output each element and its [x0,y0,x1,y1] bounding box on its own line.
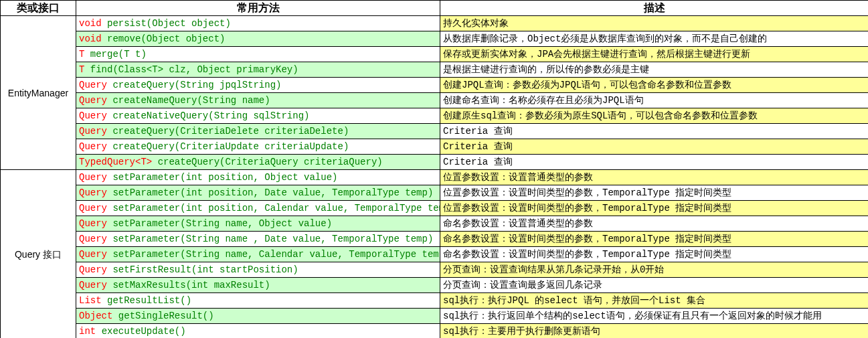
method-cell: Query setParameter(String name, Object v… [76,216,440,232]
return-type: TypedQuery<T> [79,157,152,167]
method-signature: setParameter(String name , Date value, T… [112,234,433,244]
group-cell: EntityManager [1,16,76,170]
method-cell: Query setParameter(String name, Calendar… [76,247,440,262]
return-type: Query [79,172,107,183]
table-row: Query setParameter(String name, Calendar… [1,247,869,262]
return-type: Query [79,264,107,275]
api-table: 类或接口 常用方法 描述 EntityManagervoid persist(O… [0,0,868,338]
return-type: Query [79,95,107,106]
method-signature: remove(Object object) [107,33,225,44]
method-cell: TypedQuery<T> createQuery(CriteriaQuery … [76,155,440,170]
table-row: Query setMaxResults(int maxResult)分页查询：设… [1,278,869,293]
method-signature: setMaxResults(int maxResult) [112,280,270,290]
return-type: Query [79,234,107,244]
table-row: Query createQuery(String jpqlString)创建JP… [1,78,869,93]
method-signature: createQuery(CriteriaDelete criteriaDelet… [112,126,349,137]
description-cell: 分页查询：设置查询结果从第几条记录开始，从0开始 [440,262,869,278]
method-cell: List getResultList() [76,293,440,309]
method-signature: setFirstResult(int startPosition) [112,264,298,275]
return-type: List [79,295,102,306]
method-cell: Query setParameter(int position, Calenda… [76,201,440,216]
description-cell: 创建命名查询：名称必须存在且必须为JPQL语句 [440,93,869,108]
return-type: Query [79,187,107,198]
description-cell: 从数据库删除记录，Object必须是从数据库查询到的对象，而不是自己创建的 [440,31,869,47]
header-group: 类或接口 [1,1,76,16]
description-cell: sql执行：执行JPQL 的select 语句，并放回一个List 集合 [440,293,869,309]
method-signature: find(Class<T> clz, Object primaryKey) [90,64,298,75]
header-method: 常用方法 [76,1,440,16]
table-row: Object getSingleResult()sql执行：执行返回单个结构的s… [1,309,869,324]
method-cell: Query setFirstResult(int startPosition) [76,262,440,278]
description-cell: 命名参数设置：设置时间类型的参数，TemporalType 指定时间类型 [440,247,869,262]
return-type: Query [79,141,107,152]
description-cell: 创建JPQL查询：参数必须为JPQL语句，可以包含命名参数和位置参数 [440,78,869,93]
method-signature: executeUpdate() [102,326,186,337]
return-type: Query [79,126,107,137]
table-row: Query setFirstResult(int startPosition)分… [1,262,869,278]
method-signature: setParameter(String name, Calendar value… [112,249,440,260]
method-cell: void persist(Object object) [76,16,440,31]
method-signature: setParameter(String name, Object value) [112,218,332,229]
return-type: void [79,18,102,29]
table-row: Query createNativeQuery(String sqlString… [1,108,869,124]
return-type: Query [79,203,107,214]
method-cell: int executeUpdate() [76,324,440,339]
description-cell: 位置参数设置：设置时间类型的参数，TemporalType 指定时间类型 [440,201,869,216]
table-row: TypedQuery<T> createQuery(CriteriaQuery … [1,155,869,170]
method-cell: Object getSingleResult() [76,309,440,324]
method-cell: Query createQuery(CriteriaUpdate criteri… [76,139,440,155]
method-cell: Query setParameter(String name , Date va… [76,232,440,247]
table-row: Query createNameQuery(String name)创建命名查询… [1,93,869,108]
description-cell: 命名参数设置：设置普通类型的参数 [440,216,869,232]
method-signature: persist(Object object) [107,18,231,29]
description-cell: 位置参数设置：设置时间类型的参数，TemporalType 指定时间类型 [440,185,869,201]
description-cell: 创建原生sql查询：参数必须为原生SQL语句，可以包含命名参数和位置参数 [440,108,869,124]
method-cell: Query setParameter(int position, Date va… [76,185,440,201]
table-row: T find(Class<T> clz, Object primaryKey)是… [1,62,869,78]
table-row: EntityManagervoid persist(Object object)… [1,16,869,31]
method-signature: setParameter(int position, Date value, T… [112,187,433,198]
method-cell: Query createQuery(CriteriaDelete criteri… [76,124,440,139]
method-cell: Query setMaxResults(int maxResult) [76,278,440,293]
method-signature: merge(T t) [90,49,147,60]
table-row: Query createQuery(CriteriaDelete criteri… [1,124,869,139]
method-cell: T merge(T t) [76,47,440,62]
method-cell: T find(Class<T> clz, Object primaryKey) [76,62,440,78]
method-signature: createQuery(CriteriaUpdate criteriaUpdat… [112,141,349,152]
description-cell: 命名参数设置：设置时间类型的参数，TemporalType 指定时间类型 [440,232,869,247]
method-cell: void remove(Object object) [76,31,440,47]
table-row: T merge(T t)保存或更新实体对象，JPA会先根据主键进行查询，然后根据… [1,47,869,62]
description-cell: 位置参数设置：设置普通类型的参数 [440,170,869,185]
method-signature: createNativeQuery(String sqlString) [112,110,309,121]
method-cell: Query createQuery(String jpqlString) [76,78,440,93]
table-row: Query createQuery(CriteriaUpdate criteri… [1,139,869,155]
description-cell: 持久化实体对象 [440,16,869,31]
table-row: Query setParameter(int position, Date va… [1,185,869,201]
method-signature: createQuery(CriteriaQuery criteriaQuery) [158,157,383,167]
table-row: Query setParameter(String name, Object v… [1,216,869,232]
return-type: Query [79,80,107,90]
method-signature: getResultList() [107,295,191,306]
method-signature: getSingleResult() [118,311,214,321]
description-cell: 分页查询：设置查询最多返回几条记录 [440,278,869,293]
header-row: 类或接口 常用方法 描述 [1,1,869,16]
table-row: void remove(Object object)从数据库删除记录，Objec… [1,31,869,47]
table-row: Query setParameter(String name , Date va… [1,232,869,247]
description-cell: sql执行：执行返回单个结构的select语句，必须保证有且只有一个返回对象的时… [440,309,869,324]
table-row: Query setParameter(int position, Calenda… [1,201,869,216]
return-type: void [79,33,102,44]
method-signature: createNameQuery(String name) [112,95,270,106]
method-cell: Query setParameter(int position, Object … [76,170,440,185]
return-type: int [79,326,96,337]
return-type: Query [79,218,107,229]
table-row: Query 接口Query setParameter(int position,… [1,170,869,185]
group-cell: Query 接口 [1,170,76,339]
return-type: Query [79,280,107,290]
return-type: T [79,64,84,75]
method-signature: setParameter(int position, Calendar valu… [112,203,440,214]
header-desc: 描述 [440,1,869,16]
method-signature: setParameter(int position, Object value) [112,172,337,183]
method-signature: createQuery(String jpqlString) [112,80,281,90]
description-cell: Criteria 查询 [440,139,869,155]
return-type: T [79,49,84,60]
